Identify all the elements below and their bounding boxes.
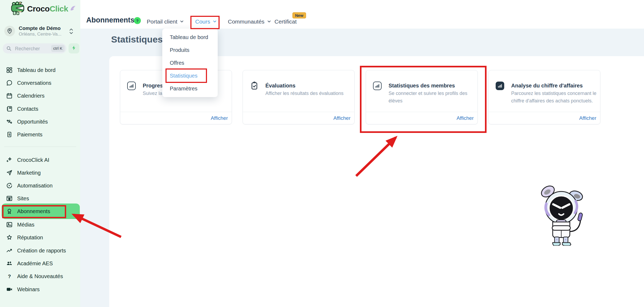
card-description: Se connecter et suivre les profils des é…: [389, 90, 480, 105]
account-switcher[interactable]: Compte de Démo Orléans, Centre-Va...: [3, 25, 78, 38]
tab-label: Cours: [195, 18, 210, 25]
sidebar-item-label: Académie AES: [17, 260, 53, 267]
sidebar-item-label: Contacts: [17, 106, 38, 112]
afficher-link[interactable]: Afficher: [579, 115, 596, 121]
chevron-down-icon: [267, 18, 271, 25]
menu-item-label: Offres: [170, 60, 184, 66]
sidebar-item-automatisation[interactable]: Automatisation: [2, 179, 79, 192]
trend-icon: [6, 247, 13, 254]
card-evaluations: ÉvaluationsAfficher les résultats des év…: [243, 70, 355, 124]
lightning-icon: [71, 45, 77, 52]
sidebar-item-medias[interactable]: Médias: [2, 218, 79, 231]
menu-item-tableau-de-bord[interactable]: Tableau de bord: [162, 31, 218, 44]
menu-item-label: Paramètres: [170, 86, 197, 92]
tab-portail-client[interactable]: Portail client: [147, 17, 184, 27]
sidebar-item-crococlick-ai[interactable]: CrocoClick AI: [2, 154, 79, 166]
media-icon: [6, 221, 13, 228]
automation-icon: [6, 182, 13, 189]
sidebar-item-academie-aes[interactable]: Académie AES: [2, 257, 79, 270]
menu-item-label: Produits: [170, 47, 189, 53]
svg-text:$: $: [9, 133, 10, 136]
tab-label: Communautés: [228, 18, 265, 25]
tab-label: Portail client: [147, 18, 177, 25]
sidebar-item-paiements[interactable]: $Paiements: [2, 128, 79, 141]
sidebar-item-contacts[interactable]: Contacts: [2, 102, 79, 115]
menu-item-label: Statistiques: [170, 73, 197, 79]
afficher-link[interactable]: Afficher: [333, 115, 351, 121]
card-title: Statistiques des membres: [389, 83, 455, 89]
people-icon: [6, 260, 13, 267]
sidebar-item-calendriers[interactable]: Calendriers: [2, 89, 79, 102]
wing-icon: [69, 5, 76, 13]
brand-name: CrocoClick: [27, 4, 68, 13]
new-badge: New: [292, 12, 306, 18]
svg-text:?: ?: [8, 274, 11, 279]
sidebar-item-creation-de-rapports[interactable]: Création de rapports: [2, 244, 79, 257]
card-title: Évaluations: [265, 83, 295, 89]
nav-section-title: Abonnements: [86, 16, 134, 24]
card-footer: Afficher: [366, 112, 477, 124]
sidebar-item-label: Médias: [17, 222, 34, 228]
card-footer: Afficher: [120, 112, 232, 124]
sidebar-item-label: Opportunités: [17, 119, 48, 125]
bar-chart-filled-icon: [496, 82, 504, 90]
afficher-link[interactable]: Afficher: [211, 115, 228, 121]
sidebar-divider: [4, 147, 76, 147]
sidebar-item-sites[interactable]: Sites: [2, 192, 79, 205]
sidebar-item-marketing[interactable]: Marketing: [2, 166, 79, 179]
chevron-down-icon: [180, 18, 184, 25]
chevron-down-icon: [213, 18, 217, 25]
sidebar-item-label: Création de rapports: [17, 248, 66, 254]
sidebar-item-label: Marketing: [17, 170, 41, 176]
sidebar-item-abonnements[interactable]: Abonnements: [2, 204, 80, 219]
sidebar-item-conversations[interactable]: Conversations: [2, 76, 79, 89]
menu-item-statistiques[interactable]: Statistiques: [162, 69, 218, 82]
card-footer: Afficher: [243, 112, 354, 124]
menu-item-offres[interactable]: Offres: [162, 56, 218, 69]
crocodile-logo-icon: [10, 1, 26, 17]
help-badge[interactable]: ?: [134, 17, 141, 24]
chevron-up-down-icon: [69, 27, 74, 36]
clipboard-check-icon: [249, 80, 259, 91]
sidebar-item-label: Automatisation: [17, 183, 52, 189]
sidebar-item-reputation[interactable]: Réputation: [2, 231, 79, 244]
sidebar: CrocoClick Compte de Démo Orléans, Centr…: [0, 0, 80, 307]
search-bar: ctrl K: [3, 43, 66, 53]
menu-item-produits[interactable]: Produits: [162, 44, 218, 56]
cours-dropdown-menu: Tableau de bordProduitsOffresStatistique…: [162, 29, 218, 97]
star-icon: [6, 234, 13, 241]
sidebar-item-label: CrocoClick AI: [17, 157, 49, 163]
afficher-link[interactable]: Afficher: [457, 115, 474, 121]
tab-communautes[interactable]: Communautés: [228, 17, 271, 27]
sidebar-item-label: Conversations: [17, 80, 51, 86]
menu-item-parametres[interactable]: Paramètres: [162, 82, 218, 95]
brand-logo: CrocoClick: [10, 1, 76, 17]
sidebar-item-tableau-de-bord[interactable]: Tableau de bord: [2, 64, 79, 76]
card-statistiques-des-membres: Statistiques des membresSe connecter et …: [366, 70, 478, 124]
chat-icon: [6, 79, 13, 86]
menu-item-label: Tableau de bord: [170, 34, 208, 40]
sidebar-item-webinars[interactable]: Webinars: [2, 283, 79, 296]
sidebar-item-aide-nouveautes[interactable]: ?Aide & Nouveautés: [2, 270, 79, 283]
plane-icon: [6, 169, 13, 176]
award-icon: [6, 208, 13, 215]
bar-chart-icon: [127, 82, 136, 90]
question-icon: ?: [6, 273, 13, 280]
card-footer: Afficher: [489, 112, 600, 124]
sidebar-item-label: Webinars: [17, 286, 40, 293]
keyboard-shortcut-chip: ctrl K: [51, 45, 65, 52]
sidebar-item-label: Calendriers: [17, 93, 44, 99]
account-name: Compte de Démo: [19, 25, 61, 31]
dashboard-icon: [6, 67, 13, 74]
sidebar-item-label: Réputation: [17, 235, 43, 241]
quick-actions-button[interactable]: [69, 43, 79, 53]
calendar-icon: [6, 92, 13, 99]
sidebar-item-opportunites[interactable]: Opportunités: [2, 115, 79, 128]
account-location: Orléans, Centre-Va...: [19, 32, 61, 37]
sparkles-icon: [6, 156, 13, 163]
mascot-robot-illustration: [538, 183, 586, 247]
search-input[interactable]: [14, 43, 50, 54]
tab-cours[interactable]: Cours: [195, 17, 217, 27]
sidebar-item-label: Tableau de bord: [17, 67, 55, 73]
app-window: Statistiques CrocoClick: [0, 0, 644, 307]
